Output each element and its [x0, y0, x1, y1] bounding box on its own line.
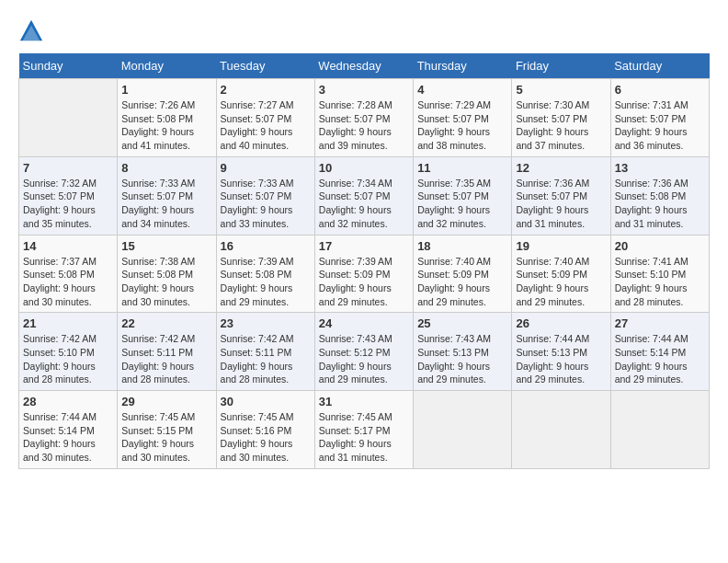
cell-details: Sunrise: 7:44 AMSunset: 5:14 PMDaylight:…: [23, 410, 113, 465]
calendar-cell: 30Sunrise: 7:45 AMSunset: 5:16 PMDayligh…: [216, 391, 314, 469]
calendar-cell: 9Sunrise: 7:33 AMSunset: 5:07 PMDaylight…: [216, 156, 314, 235]
calendar-cell: 12Sunrise: 7:36 AMSunset: 5:07 PMDayligh…: [512, 156, 610, 235]
cell-details: Sunrise: 7:26 AMSunset: 5:08 PMDaylight:…: [121, 98, 211, 153]
weekday-header: Tuesday: [216, 53, 314, 79]
calendar-cell: 10Sunrise: 7:34 AMSunset: 5:07 PMDayligh…: [314, 156, 413, 235]
day-number: 1: [121, 83, 211, 97]
day-number: 17: [319, 239, 409, 253]
calendar-week-row: 28Sunrise: 7:44 AMSunset: 5:14 PMDayligh…: [19, 391, 710, 469]
cell-details: Sunrise: 7:34 AMSunset: 5:07 PMDaylight:…: [319, 177, 409, 231]
cell-details: Sunrise: 7:44 AMSunset: 5:13 PMDaylight:…: [516, 332, 606, 386]
cell-details: Sunrise: 7:36 AMSunset: 5:07 PMDaylight:…: [516, 177, 606, 231]
cell-details: Sunrise: 7:44 AMSunset: 5:14 PMDaylight:…: [615, 332, 705, 386]
cell-details: Sunrise: 7:45 AMSunset: 5:15 PMDaylight:…: [121, 410, 211, 465]
calendar-cell: 2Sunrise: 7:27 AMSunset: 5:07 PMDaylight…: [216, 79, 314, 157]
calendar-cell: 19Sunrise: 7:40 AMSunset: 5:09 PMDayligh…: [512, 235, 610, 313]
day-number: 15: [121, 239, 211, 253]
day-number: 7: [23, 161, 113, 175]
day-number: 22: [121, 316, 211, 330]
cell-details: Sunrise: 7:41 AMSunset: 5:10 PMDaylight:…: [615, 255, 705, 309]
calendar-cell: 18Sunrise: 7:40 AMSunset: 5:09 PMDayligh…: [414, 235, 512, 313]
calendar-cell: 16Sunrise: 7:39 AMSunset: 5:08 PMDayligh…: [216, 235, 314, 313]
calendar-cell: 21Sunrise: 7:42 AMSunset: 5:10 PMDayligh…: [19, 313, 118, 391]
calendar-cell: 6Sunrise: 7:31 AMSunset: 5:07 PMDaylight…: [610, 79, 709, 157]
calendar-week-row: 1Sunrise: 7:26 AMSunset: 5:08 PMDaylight…: [19, 79, 710, 157]
calendar-cell: 14Sunrise: 7:37 AMSunset: 5:08 PMDayligh…: [19, 235, 118, 313]
day-number: 30: [221, 395, 311, 408]
weekday-header: Wednesday: [314, 53, 413, 79]
calendar-cell: 22Sunrise: 7:42 AMSunset: 5:11 PMDayligh…: [118, 313, 216, 391]
calendar-cell: [414, 391, 512, 469]
day-number: 26: [516, 316, 606, 330]
weekday-header: Saturday: [610, 53, 709, 79]
cell-details: Sunrise: 7:42 AMSunset: 5:10 PMDaylight:…: [23, 332, 113, 386]
day-number: 8: [121, 161, 211, 175]
calendar-cell: 29Sunrise: 7:45 AMSunset: 5:15 PMDayligh…: [118, 391, 216, 469]
cell-details: Sunrise: 7:32 AMSunset: 5:07 PMDaylight:…: [23, 177, 113, 231]
day-number: 25: [417, 316, 507, 330]
cell-details: Sunrise: 7:33 AMSunset: 5:07 PMDaylight:…: [221, 177, 311, 231]
cell-details: Sunrise: 7:28 AMSunset: 5:07 PMDaylight:…: [319, 98, 409, 153]
cell-details: Sunrise: 7:38 AMSunset: 5:08 PMDaylight:…: [121, 255, 211, 309]
day-number: 10: [319, 161, 409, 175]
calendar-cell: 31Sunrise: 7:45 AMSunset: 5:17 PMDayligh…: [314, 391, 413, 469]
calendar-cell: 5Sunrise: 7:30 AMSunset: 5:07 PMDaylight…: [512, 79, 610, 157]
cell-details: Sunrise: 7:37 AMSunset: 5:08 PMDaylight:…: [23, 255, 113, 309]
day-number: 3: [319, 83, 409, 97]
calendar-week-row: 7Sunrise: 7:32 AMSunset: 5:07 PMDaylight…: [19, 156, 710, 235]
calendar-cell: 11Sunrise: 7:35 AMSunset: 5:07 PMDayligh…: [414, 156, 512, 235]
day-number: 14: [23, 239, 113, 253]
day-number: 6: [615, 83, 705, 97]
calendar-cell: 23Sunrise: 7:42 AMSunset: 5:11 PMDayligh…: [216, 313, 314, 391]
calendar-cell: 26Sunrise: 7:44 AMSunset: 5:13 PMDayligh…: [512, 313, 610, 391]
day-number: 4: [417, 83, 507, 97]
cell-details: Sunrise: 7:45 AMSunset: 5:17 PMDaylight:…: [319, 410, 409, 465]
calendar-cell: [19, 79, 118, 157]
day-number: 2: [221, 83, 311, 97]
weekday-header-row: SundayMondayTuesdayWednesdayThursdayFrid…: [19, 53, 710, 79]
calendar-cell: 4Sunrise: 7:29 AMSunset: 5:07 PMDaylight…: [414, 79, 512, 157]
cell-details: Sunrise: 7:29 AMSunset: 5:07 PMDaylight:…: [417, 98, 507, 153]
day-number: 29: [121, 395, 211, 408]
cell-details: Sunrise: 7:43 AMSunset: 5:12 PMDaylight:…: [319, 332, 409, 386]
calendar-cell: 1Sunrise: 7:26 AMSunset: 5:08 PMDaylight…: [118, 79, 216, 157]
cell-details: Sunrise: 7:39 AMSunset: 5:09 PMDaylight:…: [319, 255, 409, 309]
day-number: 21: [23, 316, 113, 330]
weekday-header: Friday: [512, 53, 610, 79]
calendar-cell: 15Sunrise: 7:38 AMSunset: 5:08 PMDayligh…: [118, 235, 216, 313]
day-number: 9: [221, 161, 311, 175]
day-number: 16: [221, 239, 311, 253]
calendar-cell: [512, 391, 610, 469]
calendar-cell: 27Sunrise: 7:44 AMSunset: 5:14 PMDayligh…: [610, 313, 709, 391]
calendar-cell: 17Sunrise: 7:39 AMSunset: 5:09 PMDayligh…: [314, 235, 413, 313]
cell-details: Sunrise: 7:42 AMSunset: 5:11 PMDaylight:…: [121, 332, 211, 386]
calendar-cell: 3Sunrise: 7:28 AMSunset: 5:07 PMDaylight…: [314, 79, 413, 157]
cell-details: Sunrise: 7:40 AMSunset: 5:09 PMDaylight:…: [417, 255, 507, 309]
cell-details: Sunrise: 7:27 AMSunset: 5:07 PMDaylight:…: [221, 98, 311, 153]
day-number: 31: [319, 395, 409, 408]
calendar-cell: [610, 391, 709, 469]
day-number: 18: [417, 239, 507, 253]
cell-details: Sunrise: 7:45 AMSunset: 5:16 PMDaylight:…: [221, 410, 311, 465]
page-header: [18, 18, 710, 44]
calendar-cell: 20Sunrise: 7:41 AMSunset: 5:10 PMDayligh…: [610, 235, 709, 313]
cell-details: Sunrise: 7:33 AMSunset: 5:07 PMDaylight:…: [121, 177, 211, 231]
day-number: 28: [23, 395, 113, 408]
cell-details: Sunrise: 7:39 AMSunset: 5:08 PMDaylight:…: [221, 255, 311, 309]
calendar-week-row: 14Sunrise: 7:37 AMSunset: 5:08 PMDayligh…: [19, 235, 710, 313]
day-number: 13: [615, 161, 705, 175]
calendar-cell: 7Sunrise: 7:32 AMSunset: 5:07 PMDaylight…: [19, 156, 118, 235]
calendar-cell: 8Sunrise: 7:33 AMSunset: 5:07 PMDaylight…: [118, 156, 216, 235]
day-number: 11: [417, 161, 507, 175]
weekday-header: Sunday: [19, 53, 118, 79]
logo: [18, 18, 48, 44]
day-number: 23: [221, 316, 311, 330]
cell-details: Sunrise: 7:31 AMSunset: 5:07 PMDaylight:…: [615, 98, 705, 153]
logo-icon: [18, 18, 44, 44]
calendar-week-row: 21Sunrise: 7:42 AMSunset: 5:10 PMDayligh…: [19, 313, 710, 391]
cell-details: Sunrise: 7:30 AMSunset: 5:07 PMDaylight:…: [516, 98, 606, 153]
day-number: 27: [615, 316, 705, 330]
day-number: 12: [516, 161, 606, 175]
day-number: 19: [516, 239, 606, 253]
calendar-cell: 24Sunrise: 7:43 AMSunset: 5:12 PMDayligh…: [314, 313, 413, 391]
